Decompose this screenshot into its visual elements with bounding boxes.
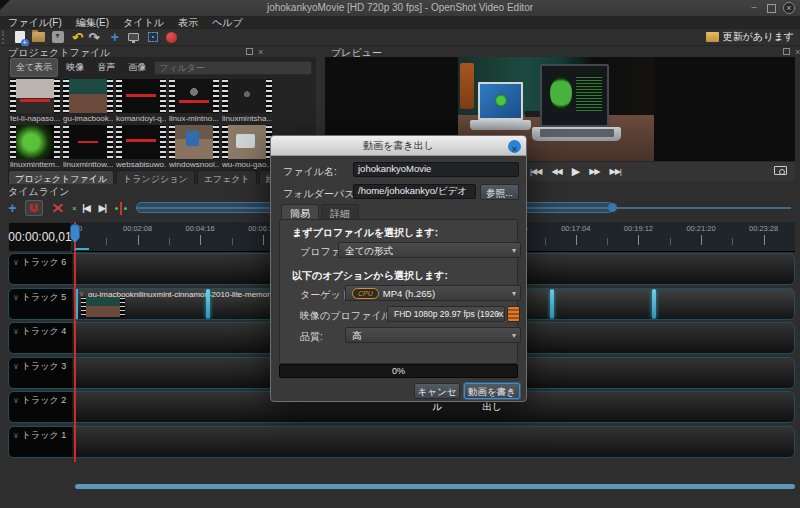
jump-start-button[interactable]: |◀◀ [530,167,541,176]
target-select[interactable]: CPUMP4 (h.265) [345,285,521,301]
profile-select[interactable]: 全ての形式 [338,242,521,258]
menu-item-title[interactable]: タイトル [123,17,164,29]
file-thumbnail[interactable]: gu-imacbook... [63,79,113,123]
import-files-button[interactable]: + [105,30,124,45]
panel-header-row: プロジェクトファイル × プレビュー × [0,46,800,57]
chevron-down-icon[interactable]: ∨ [13,258,19,267]
filter-tab-3[interactable]: 画像 [123,59,151,76]
video-profile-label: 映像のプロファイル: [300,309,394,323]
folder-path-input[interactable]: /home/johokankyo/ビデオ [353,184,476,199]
menu-item-edit[interactable]: 編集(E) [76,17,109,29]
track-name: トラック 4 [22,326,66,336]
jump-end-button[interactable]: ▶▶| [609,167,620,176]
file-thumbnail[interactable]: komandoyi-q... [116,79,166,123]
quality-select[interactable]: 高 [345,327,521,343]
magnet-icon [30,204,38,212]
filter-tab-2[interactable]: 音声 [92,59,120,76]
track-label[interactable]: ∨トラック 5 [9,289,73,319]
track-label[interactable]: ∨トラック 3 [9,358,73,388]
add-track-button[interactable]: + [8,200,16,216]
track-name: トラック 1 [22,430,66,440]
window-maximize-button[interactable] [767,4,776,13]
file-name-input[interactable]: johokankyoMovie [353,162,519,177]
file-thumbnail[interactable]: linuxminttow... [63,125,113,169]
clip-edge-marker[interactable] [652,289,656,319]
open-project-button[interactable] [29,30,48,45]
video-profile-select[interactable]: FHD 1080p 29.97 fps (1920x1080) [387,306,505,322]
chevron-down-icon[interactable]: ∨ [13,431,19,440]
playhead-line[interactable] [74,222,76,462]
slider-handle[interactable] [608,203,617,212]
next-marker-button[interactable]: ▶| [99,203,106,213]
file-thumbnail[interactable]: linuxminttem... [10,125,60,169]
options-section-label: 以下のオプションから選択します: [292,269,448,283]
film-strip-icon [10,125,60,159]
timeline-horizontal-scrollbar[interactable] [75,484,795,489]
track-label[interactable]: ∨トラック 1 [9,427,73,457]
center-playhead-button[interactable] [115,202,127,215]
edit-profile-button[interactable] [507,306,520,322]
file-thumbnail-name: wu-mou-gao... [222,160,272,169]
film-strip-icon [169,79,219,113]
play-button[interactable]: ▶ [572,165,579,178]
track-label[interactable]: ∨トラック 4 [9,323,73,353]
filter-input[interactable] [154,61,312,75]
file-thumbnail[interactable]: windowsnooi... [169,125,219,169]
film-strip-icon [222,79,272,113]
file-thumbnail[interactable]: linux-mintno... [169,79,219,123]
preview-photo-speaker [460,63,474,109]
panel-tab-0[interactable]: プロジェクトファイル [8,170,114,184]
file-thumbnail[interactable]: websabisuwo... [116,125,166,169]
track-row: ∨トラック 1 [8,426,795,458]
redo-button[interactable]: ↶ [86,30,105,45]
save-project-button[interactable] [48,30,67,45]
cancel-button[interactable]: キャンセル [414,383,460,399]
fullscreen-button[interactable] [143,30,162,45]
export-video-button[interactable] [162,30,181,45]
fullscreen-icon [148,32,158,42]
menu-item-file[interactable]: ファイル(F) [8,17,62,29]
fast-forward-button[interactable]: ▶▶ [589,167,599,176]
panel-tab-1[interactable]: トランジション [116,170,194,184]
window-close-button[interactable]: × [783,2,795,14]
float-panel-icon[interactable] [246,48,253,55]
panel-tab-2[interactable]: エフェクト [197,170,257,184]
file-thumbnail[interactable]: fei-li-napaso... [10,79,60,123]
track-label[interactable]: ∨トラック 6 [9,254,73,284]
ruler-minor-tick [106,238,107,245]
choose-profile-button[interactable] [124,30,143,45]
undo-button[interactable]: ↶ [67,30,86,45]
rewind-button[interactable]: ◀◀ [551,167,561,176]
new-project-button[interactable] [10,30,29,45]
chevron-down-icon[interactable]: ∨ [13,362,19,371]
filter-tab-0[interactable]: 全て表示 [10,58,58,77]
clip-edge-marker[interactable] [550,289,554,319]
folder-path-label: フォルダーパス: [283,187,357,201]
clip-edge-marker[interactable] [206,289,210,319]
menu-item-help[interactable]: ヘルプ [212,17,243,29]
close-panel-icon[interactable]: × [258,48,263,56]
browse-button[interactable]: 参照... [480,184,519,200]
menu-bar: ファイル(F)編集(E)タイトル表示ヘルプ [0,17,800,29]
file-thumbnail[interactable]: linuxmintsha... [222,79,272,123]
window-minimize-button[interactable]: – [748,2,760,14]
update-notification[interactable]: 更新があります [706,30,800,44]
filter-tab-1[interactable]: 映像 [61,59,89,76]
close-panel-icon[interactable]: × [795,48,800,56]
snapping-toggle-button[interactable] [25,200,43,216]
file-thumbnail[interactable]: wu-mou-gao... [222,125,272,169]
clip-start-indicator [75,248,89,250]
toolbar-drag-handle[interactable] [2,31,6,44]
razor-tool-button[interactable] [52,202,64,214]
chevron-down-icon[interactable]: ∨ [13,396,19,405]
track-label[interactable]: ∨トラック 2 [9,392,73,422]
chevron-down-icon[interactable]: ∨ [13,293,19,302]
snapshot-camera-icon[interactable] [774,166,787,175]
previous-marker-button[interactable]: |◀ [82,203,89,213]
export-confirm-button[interactable]: 動画を書き出し [464,383,520,399]
menu-item-view[interactable]: 表示 [178,17,198,29]
red-text-mark [78,141,98,143]
dialog-close-button[interactable]: × [508,140,521,153]
chevron-down-icon[interactable]: ∨ [13,327,19,336]
float-panel-icon[interactable] [783,48,790,55]
